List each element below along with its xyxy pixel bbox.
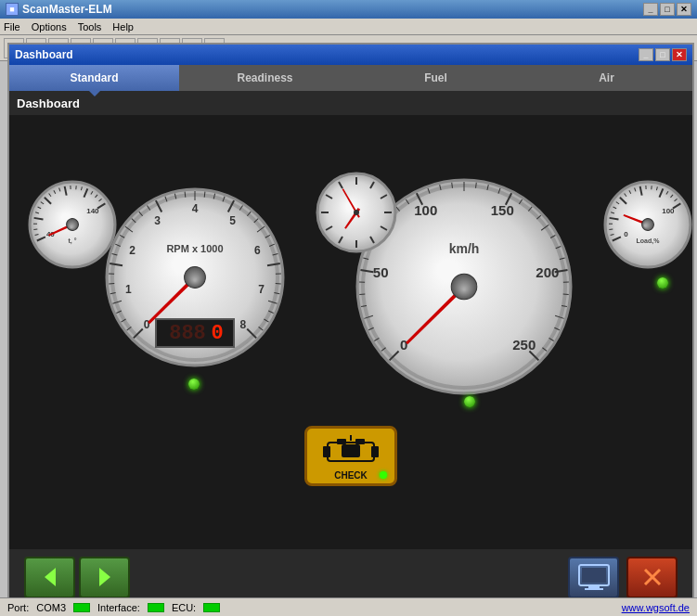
app-titlebar: ■ ScanMaster-ELM _ □ ✕ xyxy=(0,0,697,19)
minimize-button[interactable]: _ xyxy=(643,3,658,16)
svg-rect-3 xyxy=(337,439,346,444)
close-nav-button[interactable] xyxy=(626,557,678,598)
tab-standard[interactable]: Standard xyxy=(9,65,180,91)
svg-marker-8 xyxy=(99,568,110,586)
ecu-indicator xyxy=(203,603,220,612)
svg-rect-10 xyxy=(582,568,606,583)
close-button[interactable]: ✕ xyxy=(677,3,691,16)
website-link[interactable]: www.wgsoft.de xyxy=(622,602,690,613)
tab-bar: Standard Readiness Fuel Air xyxy=(9,65,692,91)
svg-rect-4 xyxy=(355,439,365,444)
menu-bar: File Options Tools Help xyxy=(0,19,697,35)
load-indicator xyxy=(657,277,668,289)
port-label: Port: xyxy=(7,602,29,613)
maximize-button[interactable]: □ xyxy=(660,3,675,16)
status-bar: Port: COM3 Interface: ECU: www.wgsoft.de xyxy=(0,597,697,616)
svg-marker-7 xyxy=(45,568,56,586)
port-indicator xyxy=(73,603,90,612)
rpm-indicator xyxy=(188,379,200,390)
check-engine-label: CHECK xyxy=(334,470,368,481)
menu-options[interactable]: Options xyxy=(32,21,67,32)
menu-tools[interactable]: Tools xyxy=(78,21,102,32)
svg-rect-12 xyxy=(585,588,603,590)
bottom-nav xyxy=(9,549,692,605)
app-icon: ■ xyxy=(6,3,19,16)
speed-indicator xyxy=(464,396,475,407)
gauge-area: CHECK xyxy=(9,115,692,505)
svg-rect-11 xyxy=(588,585,600,588)
tab-fuel[interactable]: Fuel xyxy=(351,65,522,91)
app-title: ScanMaster-ELM xyxy=(22,3,112,16)
forward-button[interactable] xyxy=(79,557,130,598)
interface-label: Interface: xyxy=(97,602,140,613)
check-engine-light: CHECK xyxy=(304,426,397,486)
dash-close[interactable]: ✕ xyxy=(672,48,687,61)
svg-rect-2 xyxy=(371,446,379,457)
dashboard-titlebar: Dashboard _ □ ✕ xyxy=(9,45,692,65)
monitor-button[interactable] xyxy=(568,557,619,598)
tab-air[interactable]: Air xyxy=(522,65,692,91)
port-value: COM3 xyxy=(36,602,66,613)
dash-minimize[interactable]: _ xyxy=(639,48,653,61)
tab-readiness[interactable]: Readiness xyxy=(180,65,351,91)
menu-help[interactable]: Help xyxy=(112,21,134,32)
ecu-label: ECU: xyxy=(172,602,196,613)
back-button[interactable] xyxy=(24,557,75,598)
dashboard-title: Dashboard xyxy=(15,48,73,61)
svg-rect-1 xyxy=(323,446,330,457)
interface-indicator xyxy=(148,603,164,612)
dash-maximize[interactable]: □ xyxy=(655,48,670,61)
dashboard-window: Dashboard _ □ ✕ Standard Readiness Fuel … xyxy=(7,43,694,607)
menu-file[interactable]: File xyxy=(4,21,20,32)
svg-rect-5 xyxy=(342,444,360,457)
section-label: Dashboard xyxy=(9,91,692,115)
